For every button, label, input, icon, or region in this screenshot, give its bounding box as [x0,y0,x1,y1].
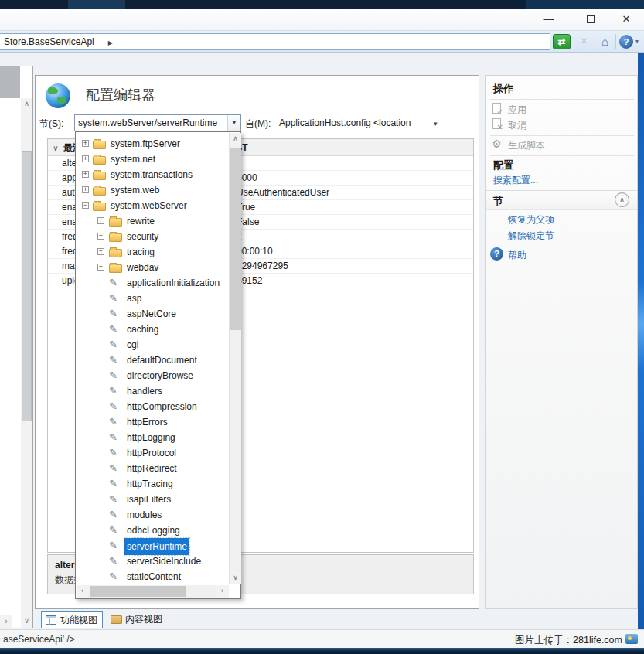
features-view-icon [46,615,56,625]
tree-item-label: httpRedirect [127,461,177,476]
property-value[interactable]: 4294967295 [237,259,288,273]
tree-item-modules[interactable]: ✎modules [76,507,228,523]
tree-item-staticContent[interactable]: ✎staticContent [76,569,228,584]
tree-item-handlers[interactable]: ✎handlers [76,383,228,399]
scroll-thumb[interactable] [90,586,186,597]
tree-item-label: rewrite [127,213,155,229]
section-pencil-icon: ✎ [109,461,118,476]
status-bar: aseServiceApi' /> 图片上传于：281life.com [0,629,644,648]
expand-icon[interactable]: + [97,233,104,240]
tree-item-system.web[interactable]: +system.web [76,182,228,198]
tree-item-webdav[interactable]: +webdav [76,260,228,275]
scroll-up-icon[interactable]: ∧ [230,133,241,145]
actions-pane: 操作 ✓ 应用 ✕ 取消 ⚙ 生成脚本 配置 搜索配置... 节 ∧ 恢复为父项… [485,75,638,609]
from-combobox[interactable]: ApplicationHost.config <location [279,118,411,128]
tree-item-system.transactions[interactable]: +system.transactions [76,167,228,182]
expand-icon[interactable]: + [82,171,89,178]
tree-item-httpTracing[interactable]: ✎httpTracing [76,476,228,492]
tree-item-httpRedirect[interactable]: ✎httpRedirect [76,461,228,476]
collapse-section-button[interactable]: ∧ [615,192,629,207]
tab-features-view[interactable]: 功能视图 [41,611,103,628]
section-pencil-icon: ✎ [109,414,118,430]
tree-hscrollbar[interactable]: ‹ › [77,585,229,598]
minimize-button[interactable]: — [532,9,566,30]
unlock-section-link[interactable]: 解除锁定节 [508,230,554,243]
section-pencil-icon: ✎ [109,306,118,322]
tree-vscrollbar[interactable]: ∧ ∨ [229,133,241,584]
section-pencil-icon: ✎ [109,383,118,399]
combobox-dropdown-icon[interactable]: ▾ [227,115,240,131]
tree-item-caching[interactable]: ✎caching [76,322,228,337]
tree-item-odbcLogging[interactable]: ✎odbcLogging [76,523,228,538]
scroll-left-icon[interactable]: ‹ [77,585,88,598]
help-link[interactable]: 帮助 [508,249,526,262]
scroll-down-icon[interactable]: ∨ [21,615,32,628]
generate-script-button[interactable]: 生成脚本 [508,139,545,152]
search-config-link[interactable]: 搜索配置... [493,174,538,187]
tree-item-tracing[interactable]: +tracing [76,244,228,260]
expand-icon[interactable]: + [97,217,104,224]
connections-vscrollbar[interactable]: ∧ ∨ [21,98,32,628]
scroll-thumb[interactable] [230,148,241,330]
refresh-button[interactable]: ⇄ [553,34,571,49]
cancel-button[interactable]: 取消 [508,119,526,132]
close-button[interactable]: ✕ [609,9,643,30]
tree-item-system.webServer[interactable]: −system.webServer [76,198,228,213]
tree-item-isapiFilters[interactable]: ✎isapiFilters [76,492,228,507]
tree-item-httpErrors[interactable]: ✎httpErrors [76,414,228,430]
expand-icon[interactable]: + [82,186,89,193]
section-pencil-icon: ✎ [109,445,118,461]
expand-icon[interactable]: + [97,248,104,255]
section-pencil-icon: ✎ [109,368,118,383]
property-value[interactable]: UseAuthenticatedUser [237,186,329,199]
section-combobox[interactable]: system.webServer/serverRuntime ▾ [74,114,241,131]
breadcrumb-arrow-icon[interactable]: ▶ [108,39,113,46]
tree-item-httpProtocol[interactable]: ✎httpProtocol [76,445,228,461]
watermark-text: 图片上传于：281life.com [515,634,622,647]
tree-item-httpLogging[interactable]: ✎httpLogging [76,430,228,445]
folder-icon [93,156,106,165]
expand-icon[interactable]: + [82,155,89,162]
tree-item-httpCompression[interactable]: ✎httpCompression [76,399,228,414]
expand-icon[interactable]: + [97,264,104,271]
tree-item-system.ftpServer[interactable]: +system.ftpServer [76,136,228,152]
tree-item-system.net[interactable]: +system.net [76,152,228,167]
tree-item-label: system.net [111,152,155,167]
tree-item-label: modules [127,507,162,523]
expand-icon[interactable]: + [82,140,89,147]
tree-item-directoryBrowse[interactable]: ✎directoryBrowse [76,368,228,383]
scroll-down-icon[interactable]: ∨ [230,572,241,584]
tree-item-aspNetCore[interactable]: ✎aspNetCore [76,306,228,322]
apply-button[interactable]: 应用 [508,104,526,117]
property-value[interactable]: 00:00:10 [237,244,273,258]
tree-item-label: serverSideInclude [127,554,201,569]
tree-item-security[interactable]: +security [76,229,228,244]
tree-item-label: system.transactions [111,167,193,182]
stop-button[interactable]: ✕ [576,34,592,49]
separator [490,99,634,100]
tab-content-view[interactable]: 内容视图 [107,611,167,628]
tree-item-label: httpErrors [127,414,168,430]
scroll-up-icon[interactable]: ∧ [21,98,32,111]
revert-to-parent-link[interactable]: 恢复为父项 [508,213,554,227]
from-dropdown-icon[interactable]: ▾ [434,120,438,128]
scroll-thumb[interactable] [22,151,32,421]
home-button[interactable]: ⌂ [597,34,613,49]
collapse-icon[interactable]: − [82,202,89,209]
help-menu-arrow-icon[interactable]: ▾ [635,38,639,45]
view-tabs: 功能视图 内容视图 [35,611,483,629]
tree-body: +system.ftpServer+system.net+system.tran… [76,133,228,584]
tree-item-defaultDocument[interactable]: ✎defaultDocument [76,353,228,368]
address-input[interactable]: Store.BaseServiceApi▶ [0,33,550,50]
scroll-right-icon[interactable]: › [0,615,12,628]
help-button[interactable]: ? [619,35,633,49]
maximize-button[interactable] [574,9,608,30]
scroll-right-icon[interactable]: › [216,585,228,598]
tree-item-serverRuntime[interactable]: ✎serverRuntime [76,538,228,554]
tree-item-applicationInitialization[interactable]: ✎applicationInitialization [76,275,228,291]
tree-item-cgi[interactable]: ✎cgi [76,337,228,353]
tree-item-asp[interactable]: ✎asp [76,291,228,306]
tree-item-rewrite[interactable]: +rewrite [76,213,228,229]
tree-item-serverSideInclude[interactable]: ✎serverSideInclude [76,554,228,569]
tree-item-label: cgi [127,337,138,353]
